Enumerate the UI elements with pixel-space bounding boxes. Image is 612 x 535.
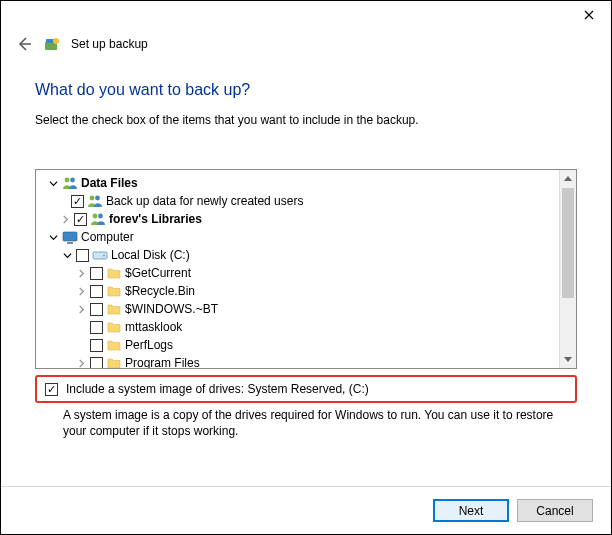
checkbox[interactable] [90,357,103,369]
node-label: Back up data for newly created users [106,194,303,208]
backup-wizard-icon [43,35,61,53]
node-label: $Recycle.Bin [125,284,195,298]
folder-icon [106,283,122,299]
svg-point-8 [98,214,103,219]
tree-node-folder[interactable]: $GetCurrent [40,264,559,282]
node-label: Program Files [125,356,200,368]
folder-icon [106,265,122,281]
tree-node-folder[interactable]: $WINDOWS.~BT [40,300,559,318]
chevron-right-icon[interactable] [75,303,87,315]
scroll-up-button[interactable] [560,170,576,187]
chevron-down-icon[interactable] [47,231,59,243]
back-button[interactable] [15,35,33,53]
system-image-label: Include a system image of drives: System… [66,382,369,396]
node-label: Data Files [81,176,138,190]
instruction-text: Select the check box of the items that y… [35,113,577,127]
footer: Next Cancel [1,486,611,534]
checkbox[interactable] [90,339,103,352]
people-icon [87,193,103,209]
checkbox[interactable] [90,267,103,280]
node-label: forev's Libraries [109,212,202,226]
folder-icon [106,355,122,368]
svg-point-4 [70,178,75,183]
wizard-window: Set up backup What do you want to back u… [0,0,612,535]
checkbox[interactable] [90,285,103,298]
svg-point-5 [90,196,95,201]
folder-icon [106,337,122,353]
checkbox[interactable] [90,321,103,334]
svg-point-7 [93,214,98,219]
cancel-button[interactable]: Cancel [517,499,593,522]
scroll-down-button[interactable] [560,351,576,368]
node-label: $WINDOWS.~BT [125,302,218,316]
chevron-down-icon[interactable] [47,177,59,189]
tree-node-new-users[interactable]: Back up data for newly created users [40,192,559,210]
system-image-option: Include a system image of drives: System… [35,375,577,403]
node-label: Computer [81,230,134,244]
chevron-right-icon[interactable] [75,267,87,279]
tree-node-folder[interactable]: PerfLogs [40,336,559,354]
node-label: $GetCurrent [125,266,191,280]
checkbox[interactable] [71,195,84,208]
tree-node-folder[interactable]: mttasklook [40,318,559,336]
system-image-description: A system image is a copy of the drives r… [63,407,577,439]
folder-icon [106,301,122,317]
svg-point-6 [95,196,100,201]
svg-point-2 [53,38,59,44]
chevron-down-icon[interactable] [61,249,73,261]
tree-node-folder[interactable]: $Recycle.Bin [40,282,559,300]
tree-node-data-files[interactable]: Data Files [40,174,559,192]
checkbox[interactable] [90,303,103,316]
next-button[interactable]: Next [433,499,509,522]
titlebar [1,1,611,31]
window-title: Set up backup [71,37,148,51]
folder-icon [106,319,122,335]
backup-tree: Data Files Back up data for newly create… [35,169,577,369]
svg-rect-9 [63,232,77,241]
chevron-right-icon[interactable] [75,285,87,297]
page-heading: What do you want to back up? [35,81,577,99]
svg-point-12 [103,255,105,257]
svg-rect-10 [67,242,73,244]
checkbox[interactable] [74,213,87,226]
content-area: What do you want to back up? Select the … [1,59,611,486]
header-row: Set up backup [1,31,611,59]
back-arrow-icon [16,36,32,52]
chevron-right-icon[interactable] [59,213,71,225]
svg-point-3 [65,178,70,183]
people-icon [90,211,106,227]
scrollbar[interactable] [559,170,576,368]
tree-scroll-area: Data Files Back up data for newly create… [36,170,559,368]
close-icon [584,10,594,20]
computer-icon [62,229,78,245]
drive-icon [92,247,108,263]
tree-node-libraries[interactable]: forev's Libraries [40,210,559,228]
system-image-checkbox[interactable] [45,383,58,396]
tree-node-local-disk[interactable]: Local Disk (C:) [40,246,559,264]
scroll-thumb[interactable] [562,188,574,298]
checkbox[interactable] [76,249,89,262]
close-button[interactable] [566,1,611,29]
tree-node-computer[interactable]: Computer [40,228,559,246]
node-label: mttasklook [125,320,182,334]
people-icon [62,175,78,191]
chevron-right-icon[interactable] [75,357,87,368]
node-label: PerfLogs [125,338,173,352]
node-label: Local Disk (C:) [111,248,190,262]
tree-node-folder[interactable]: Program Files [40,354,559,368]
